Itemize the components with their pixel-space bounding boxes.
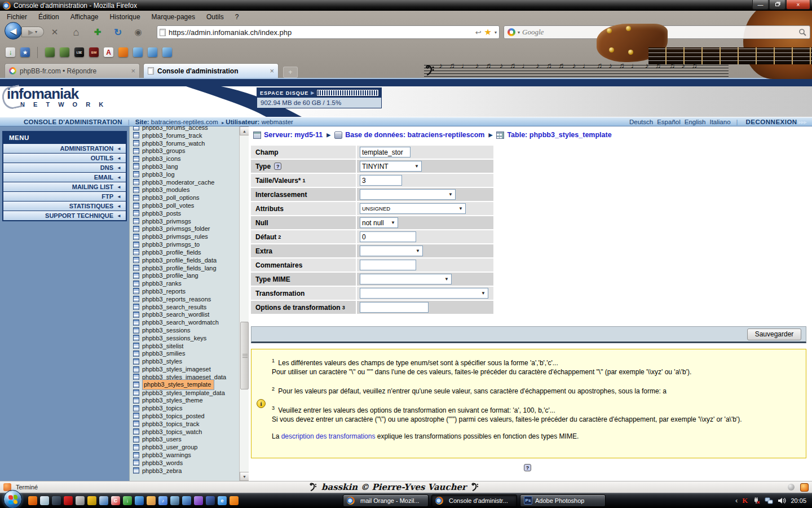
close-button[interactable]: × <box>786 0 810 10</box>
table-item-phpbb3_styles_imageset[interactable]: phpbb3_styles_imageset <box>130 365 239 373</box>
table-item-phpbb3_privmsgs_to[interactable]: phpbb3_privmsgs_to <box>130 240 239 248</box>
table-item-phpbb3_reports_reasons[interactable]: phpbb3_reports_reasons <box>130 295 239 303</box>
menu-item-administration[interactable]: ADMINISTRATION◄ <box>3 143 126 153</box>
back-button[interactable]: ◀ <box>5 22 22 40</box>
taskbar-button-console-d-administr[interactable]: Console d'administr... <box>431 494 517 507</box>
url-dropdown-icon[interactable]: ▾ <box>495 30 497 35</box>
lang-english[interactable]: English <box>685 119 706 125</box>
table-item-phpbb3_privmsgs_folder[interactable]: phpbb3_privmsgs_folder <box>130 225 239 233</box>
menu-[interactable]: ? <box>235 13 239 21</box>
forward-button[interactable]: ▶▾ <box>21 27 44 37</box>
ql-red-splat[interactable] <box>64 496 73 505</box>
table-item-phpbb3_modules[interactable]: phpbb3_modules <box>130 186 239 194</box>
ql-itunes[interactable]: ♪ <box>158 496 167 505</box>
menu-historique[interactable]: Historique <box>110 13 140 21</box>
power-plug-icon[interactable] <box>752 497 760 505</box>
table-item-phpbb3_privmsgs[interactable]: phpbb3_privmsgs <box>130 217 239 225</box>
tab-close-icon[interactable]: × <box>131 67 135 75</box>
search-bar[interactable]: ▾ <box>504 25 810 39</box>
table-item-phpbb3_poll_options[interactable]: phpbb3_poll_options <box>130 194 239 202</box>
table-item-phpbb3_forums_track[interactable]: phpbb3_forums_track <box>130 132 239 139</box>
google-engine-icon[interactable] <box>508 28 515 36</box>
type-mime-select[interactable]: ▼ <box>360 274 452 284</box>
table-item-phpbb3_topics_track[interactable]: phpbb3_topics_track <box>130 420 239 428</box>
menu-affichage[interactable]: Affichage <box>70 13 99 21</box>
menu-item-support-technique[interactable]: SUPPORT TECHNIQUE◄ <box>3 211 126 220</box>
lang-italiano[interactable]: Italiano <box>709 119 730 125</box>
ql-firefox[interactable] <box>230 496 239 505</box>
stop-icon[interactable]: ✕ <box>48 26 61 38</box>
table-item-phpbb3_profile_fields[interactable]: phpbb3_profile_fields <box>130 248 239 256</box>
bookmark-star-icon[interactable]: ★ <box>484 27 492 37</box>
table-item-phpbb3_icons[interactable]: phpbb3_icons <box>130 155 239 163</box>
poi-icon[interactable]: ◉ <box>132 26 144 38</box>
bookmarks-book-icon[interactable]: ★ <box>20 47 30 57</box>
favicon-green-2[interactable] <box>60 47 69 57</box>
taskbar-button-adobe-photoshop[interactable]: PsAdobe Photoshop <box>520 494 606 507</box>
ql-messenger[interactable] <box>206 496 215 505</box>
table-item-phpbb3_profile_fields_data[interactable]: phpbb3_profile_fields_data <box>130 256 239 264</box>
search-input[interactable] <box>522 28 796 37</box>
table-item-phpbb3_profile_fields_lang[interactable]: phpbb3_profile_fields_lang <box>130 264 239 272</box>
new-tab-button[interactable]: + <box>283 67 298 78</box>
network-icon[interactable] <box>765 497 773 505</box>
search-magnifier-icon[interactable] <box>798 28 806 36</box>
table-item-phpbb3_warnings[interactable]: phpbb3_warnings <box>130 451 239 459</box>
table-item-phpbb3_users[interactable]: phpbb3_users <box>130 436 239 444</box>
tab-close-icon[interactable]: × <box>270 67 274 75</box>
table-item-phpbb3_smilies[interactable]: phpbb3_smilies <box>130 350 239 358</box>
scrollbar-thumb[interactable] <box>240 322 249 389</box>
status-extension-icon[interactable] <box>788 484 795 491</box>
ql-picasa[interactable] <box>147 496 156 505</box>
go-arrow-icon[interactable]: ↩ <box>475 28 482 37</box>
table-item-phpbb3_zebra[interactable]: phpbb3_zebra <box>130 467 239 475</box>
infomaniak-logo[interactable]: infomaniak N E T W O R K <box>7 86 107 108</box>
table-item-phpbb3_lang[interactable]: phpbb3_lang <box>130 163 239 170</box>
table-item-phpbb3_sessions[interactable]: phpbb3_sessions <box>130 326 239 334</box>
table-item-phpbb3_topics[interactable]: phpbb3_topics <box>130 404 239 412</box>
favicon-globe-1[interactable] <box>133 47 143 57</box>
table-item-phpbb3_poll_votes[interactable]: phpbb3_poll_votes <box>130 202 239 209</box>
table-item-phpbb3_groups[interactable]: phpbb3_groups <box>130 147 239 155</box>
favicon-globe-3[interactable] <box>162 47 172 57</box>
menu-item-mailing-list[interactable]: MAILING LIST◄ <box>3 182 126 191</box>
table-item-phpbb3_forums_watch[interactable]: phpbb3_forums_watch <box>130 139 239 147</box>
menu-marque-pages[interactable]: Marque-pages <box>152 13 195 21</box>
menu-item-statistiques[interactable]: STATISTIQUES◄ <box>3 201 126 211</box>
menu-item-email[interactable]: EMAIL◄ <box>3 172 126 182</box>
engine-dropdown-icon[interactable]: ▾ <box>518 30 520 35</box>
ql-drive[interactable] <box>76 496 85 505</box>
table-item-phpbb3_sessions_keys[interactable]: phpbb3_sessions_keys <box>130 334 239 342</box>
table-item-phpbb3_styles[interactable]: phpbb3_styles <box>130 357 239 365</box>
champ-input[interactable] <box>360 147 411 157</box>
ql-padlock[interactable] <box>87 496 96 505</box>
ql-green-download[interactable]: ↓ <box>123 496 132 505</box>
table-item-phpbb3_topics_watch[interactable]: phpbb3_topics_watch <box>130 428 239 436</box>
save-button[interactable]: Sauvegarder <box>747 329 801 340</box>
breadcrumb-table[interactable]: Table: phpbb3_styles_template <box>496 131 611 139</box>
taskbar-button-mail-orange-mozil[interactable]: mail Orange - Mozil... <box>343 494 429 507</box>
table-item-phpbb3_search_wordlist[interactable]: phpbb3_search_wordlist <box>130 311 239 319</box>
restore-button[interactable] <box>769 0 785 10</box>
type-select[interactable]: TINYINT▼ <box>360 161 422 172</box>
favicon-bm[interactable]: BM <box>89 47 99 57</box>
tray-expand-icon[interactable]: ‹ <box>735 496 738 505</box>
table-item-phpbb3_ranks[interactable]: phpbb3_ranks <box>130 279 239 287</box>
page-help-icon[interactable]: ? <box>524 464 531 471</box>
table-item-phpbb3_search_wordmatch[interactable]: phpbb3_search_wordmatch <box>130 318 239 326</box>
table-item-phpbb3_forums_access[interactable]: phpbb3_forums_access <box>130 126 239 132</box>
minimize-button[interactable]: — <box>752 0 769 10</box>
tab-phpbb-fr-com-r-pondre[interactable]: phpBB-fr.com • Répondre× <box>5 63 140 78</box>
table-item-phpbb3_posts[interactable]: phpbb3_posts <box>130 209 239 217</box>
table-item-phpbb3_styles_theme[interactable]: phpbb3_styles_theme <box>130 396 239 404</box>
table-item-phpbb3_styles_template_data[interactable]: phpbb3_styles_template_data <box>130 389 239 397</box>
interclassement-select[interactable]: ▼ <box>360 189 456 200</box>
ql-remote-desktop[interactable] <box>99 496 108 505</box>
taille-valeurs-input[interactable] <box>360 175 402 186</box>
favicon-firefox[interactable] <box>118 47 128 57</box>
download-manager-icon[interactable]: ↓ <box>6 47 15 57</box>
ql-monitor[interactable] <box>52 496 61 505</box>
ql-orange-ball[interactable] <box>28 496 37 505</box>
favicon-globe-2[interactable] <box>148 47 157 57</box>
defaut-input[interactable] <box>360 231 416 242</box>
